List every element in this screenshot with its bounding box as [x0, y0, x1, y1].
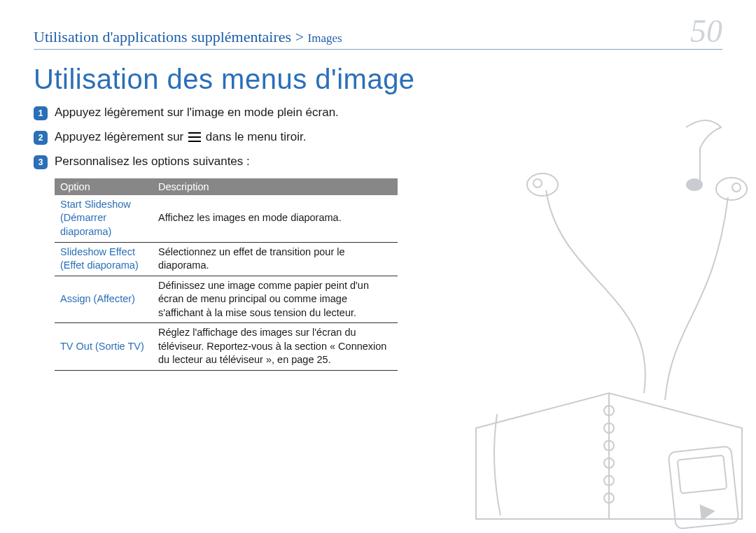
option-desc: Sélectionnez un effet de transition pour…: [153, 242, 398, 276]
step-number-badge: 3: [34, 155, 48, 169]
step-1: 1 Appuyez légèrement sur l'image en mode…: [34, 105, 398, 121]
step-number-badge: 1: [34, 106, 48, 120]
breadcrumb-sub: Images: [308, 31, 342, 45]
svg-point-8: [604, 458, 614, 468]
svg-point-2: [716, 178, 747, 200]
hamburger-icon: [188, 132, 201, 142]
option-desc: Affichez les images en mode diaporama.: [153, 195, 398, 242]
table-row: Slideshow Effect (Effet diaporama) Sélec…: [55, 242, 398, 276]
options-table: Option Description Start Slideshow (Déma…: [55, 178, 398, 371]
svg-point-3: [533, 179, 542, 187]
svg-point-4: [732, 183, 741, 192]
step-text: Appuyez légèrement sur dans le menu tiro…: [55, 129, 306, 145]
option-label: Start Slideshow (Démarrer diaporama): [55, 195, 153, 242]
step-text-before: Appuyez légèrement sur: [55, 130, 187, 143]
option-desc: Définissez une image comme papier peint …: [153, 276, 398, 323]
step-2: 2 Appuyez légèrement sur dans le menu ti…: [34, 129, 398, 145]
table-head-row: Option Description: [55, 178, 398, 195]
page-number: 50: [690, 15, 722, 48]
decorative-illustration: [434, 99, 756, 533]
svg-point-6: [604, 423, 614, 433]
option-desc: Réglez l'affichage des images sur l'écra…: [153, 323, 398, 371]
svg-point-1: [527, 173, 558, 196]
table-row: Assign (Affecter) Définissez une image c…: [55, 276, 398, 323]
svg-point-5: [604, 406, 614, 415]
svg-rect-11: [668, 446, 738, 530]
breadcrumb: Utilisation d'applications supplémentair…: [34, 28, 342, 46]
section-heading: Utilisation des menus d'image: [34, 64, 722, 95]
option-label: TV Out (Sortie TV): [55, 323, 153, 371]
svg-point-9: [604, 476, 614, 485]
table-row: TV Out (Sortie TV) Réglez l'affichage de…: [55, 323, 398, 371]
page-header: Utilisation d'applications supplémentair…: [34, 15, 722, 50]
step-number-badge: 2: [34, 131, 48, 145]
option-label: Assign (Affecter): [55, 276, 153, 323]
breadcrumb-sep: >: [291, 28, 307, 45]
option-label: Slideshow Effect (Effet diaporama): [55, 242, 153, 276]
step-text: Personnalisez les options suivantes :: [55, 154, 250, 170]
svg-point-7: [604, 441, 614, 450]
breadcrumb-main: Utilisation d'applications supplémentair…: [34, 28, 291, 45]
step-text-after: dans le menu tiroir.: [206, 130, 307, 143]
svg-point-10: [604, 493, 614, 503]
table-head-option: Option: [55, 178, 153, 195]
svg-point-0: [687, 179, 702, 190]
step-text: Appuyez légèrement sur l'image en mode p…: [55, 105, 339, 121]
table-row: Start Slideshow (Démarrer diaporama) Aff…: [55, 195, 398, 242]
svg-rect-12: [678, 455, 727, 494]
table-head-description: Description: [153, 178, 398, 195]
step-3: 3 Personnalisez les options suivantes :: [34, 154, 398, 170]
